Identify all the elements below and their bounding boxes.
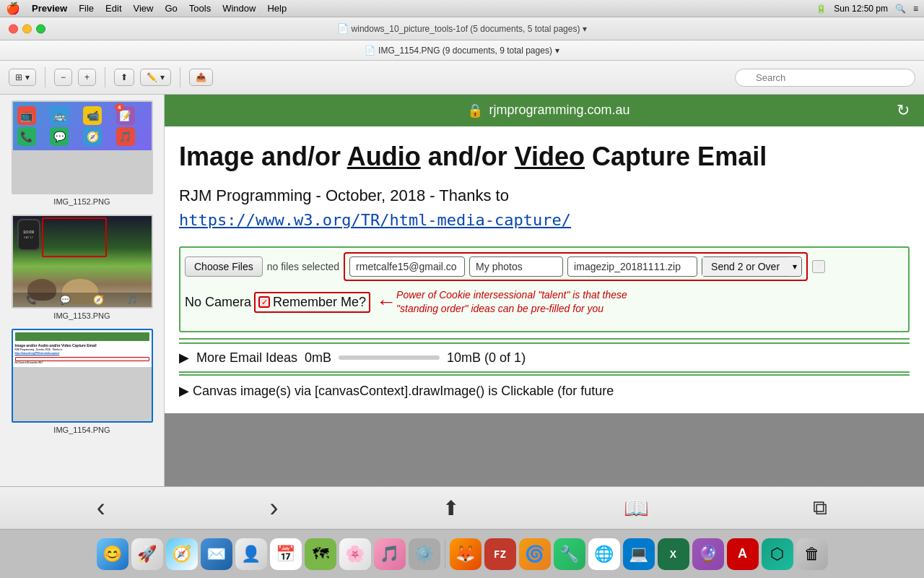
send-dropdown-button[interactable]: ▾: [788, 258, 801, 275]
forward-button[interactable]: ›: [263, 487, 284, 529]
choose-files-button[interactable]: Choose Files: [185, 256, 263, 277]
menu-edit[interactable]: Edit: [105, 3, 121, 14]
remember-checkbox[interactable]: ✓: [258, 296, 270, 308]
dock-mail[interactable]: ✉️: [201, 538, 232, 570]
thumb-img-1153: 10:09 SAT 17 📞 💬: [12, 215, 153, 309]
outer-title-text: 📄 windows_10_picture_tools-1of (5 docume…: [337, 23, 588, 34]
remember-label: Remember Me?: [273, 295, 366, 310]
dock-separator-1: [445, 540, 445, 569]
zoom-out-button[interactable]: −: [54, 69, 72, 86]
dock-launchpad[interactable]: 🚀: [131, 538, 163, 570]
page-link[interactable]: https://www.w3.org/TR/html-media-capture…: [179, 211, 910, 229]
size-bar: [339, 355, 440, 360]
thumb-label-1154: IMG_1154.PNG: [53, 426, 110, 434]
search-input[interactable]: [735, 69, 915, 87]
ios-bottom-bar: 📞 💬 🧭 🎵: [13, 293, 152, 307]
dock-finder[interactable]: 😊: [97, 538, 128, 570]
outer-title-dropdown-icon[interactable]: ▾: [583, 24, 587, 34]
no-files-text: no files selected: [267, 261, 339, 272]
thumb-img-1152: 📺 🚌 📹 📝 📞 💬 🧭 🎵 4: [12, 100, 153, 194]
zip-input[interactable]: [567, 256, 697, 277]
dock-acrobat[interactable]: A: [727, 538, 759, 570]
send-btn-group: Send 2 or Over ▾: [702, 256, 802, 277]
form-row: Choose Files no files selected Send 2 or…: [185, 252, 904, 281]
menu-preview[interactable]: Preview: [32, 3, 67, 14]
page-subtitle: RJM Programming - October, 2018 - Thanks…: [179, 186, 910, 205]
thumbnail-item-1152[interactable]: 📺 🚌 📹 📝 📞 💬 🧭 🎵 4 IMG_1152.PNG: [12, 100, 153, 206]
music-icon-dock: 🎵: [127, 295, 138, 305]
menu-view[interactable]: View: [134, 3, 154, 14]
view-toggle-arrow: ▾: [25, 72, 30, 82]
menu-window[interactable]: Window: [222, 3, 256, 14]
menu-file[interactable]: File: [79, 3, 94, 14]
menu-help[interactable]: Help: [267, 3, 287, 14]
menu-go[interactable]: Go: [165, 3, 177, 14]
lock-icon: 🔒: [467, 103, 483, 118]
more-email-size-end: 10mB (0 of 1): [447, 350, 526, 366]
remember-row: No Camera ✓ Remember Me? ← Power of Cook…: [185, 288, 904, 316]
close-button[interactable]: [9, 24, 18, 33]
bookmarks-button[interactable]: 📖: [618, 491, 655, 526]
pen-icon: ✏️: [147, 72, 157, 82]
annotate-button[interactable]: ✏️ ▾: [140, 69, 171, 86]
dock-chrome[interactable]: 🌐: [588, 538, 620, 570]
windows-button[interactable]: ⧉: [807, 491, 833, 526]
dock-itunes[interactable]: 🎵: [374, 538, 406, 570]
green-divider: [179, 338, 910, 344]
search-menubar-icon[interactable]: 🔍: [895, 4, 906, 14]
dock-maps[interactable]: 🗺: [305, 538, 336, 570]
export-button[interactable]: 📤: [189, 69, 213, 86]
dock-contacts[interactable]: 👤: [235, 538, 267, 570]
export-icon: 📤: [196, 72, 206, 82]
photos-input[interactable]: [469, 256, 563, 277]
canvas-note: ▶ Canvas image(s) via [canvasContext].dr…: [179, 383, 910, 399]
thumbnail-item-1153[interactable]: 10:09 SAT 17 📞 💬: [12, 215, 153, 320]
dock-vscode[interactable]: 💻: [623, 538, 655, 570]
view-toggle-button[interactable]: ⊞ ▾: [9, 69, 36, 86]
form-outer-highlight: Choose Files no files selected Send 2 or…: [179, 246, 910, 332]
toolbar: ⊞ ▾ − + ⬆ ✏️ ▾ 📤 🔍: [0, 61, 924, 94]
forward-icon: ›: [269, 493, 278, 523]
dock-firefox[interactable]: 🦊: [450, 538, 481, 570]
traffic-lights: [9, 24, 45, 33]
send-button[interactable]: Send 2 or Over: [702, 257, 788, 276]
minimize-button[interactable]: [22, 24, 32, 33]
dock-app3[interactable]: 🔮: [692, 538, 724, 570]
toolbar-separator-2: [105, 67, 105, 87]
inner-title-dropdown-icon[interactable]: ▾: [555, 46, 559, 56]
thumb-label-1153: IMG_1153.PNG: [53, 311, 110, 320]
share-button[interactable]: ⬆: [114, 69, 134, 86]
dock-safari[interactable]: 🧭: [166, 538, 198, 570]
dock-app4[interactable]: ⬡: [762, 538, 793, 570]
menu-tools[interactable]: Tools: [189, 3, 211, 14]
apple-menu-icon[interactable]: 🍎: [6, 1, 20, 15]
thumb-label-1152: IMG_1152.PNG: [53, 197, 110, 206]
cookie-note: Power of Cookie intersessional "talent" …: [396, 288, 627, 316]
list-icon[interactable]: ≡: [913, 4, 918, 14]
back-button[interactable]: ‹: [91, 487, 111, 529]
more-email-size-start: 0mB: [305, 350, 331, 366]
dock-photos[interactable]: 🌸: [339, 538, 371, 570]
dock-settings[interactable]: ⚙️: [409, 538, 440, 570]
share-nav-button[interactable]: ⬆: [437, 491, 465, 526]
thumbnail-item-1154[interactable]: Image and/or Audio and/or Video Capture …: [12, 329, 153, 434]
dock-calendar[interactable]: 📅: [270, 538, 302, 570]
app-icon-3: 📹: [83, 106, 102, 125]
zoom-in-button[interactable]: +: [78, 69, 96, 86]
bottom-nav: ‹ › ⬆ 📖 ⧉: [0, 486, 924, 529]
reload-button[interactable]: ↻: [897, 101, 910, 120]
dock-filezilla[interactable]: FZ: [484, 538, 516, 570]
content-area: 🔒 rjmprogramming.com.au ↻ Image and/or A…: [165, 95, 924, 486]
app-icon-phone: 📞: [17, 127, 36, 146]
safari-icon-dock: 🧭: [93, 295, 104, 305]
dock-excel[interactable]: X: [658, 538, 689, 570]
outer-checkbox[interactable]: [812, 260, 825, 273]
dock-trash[interactable]: 🗑: [796, 538, 828, 570]
email-input[interactable]: [349, 256, 465, 277]
dock-app2[interactable]: 🔧: [554, 538, 585, 570]
dock-app1[interactable]: 🌀: [519, 538, 551, 570]
thumb-ios-grid: 📺 🚌 📹 📝 📞 💬 🧭 🎵: [13, 102, 152, 150]
maximize-button[interactable]: [36, 24, 45, 33]
main-container: 📺 🚌 📹 📝 📞 💬 🧭 🎵 4 IMG_1152.PNG: [0, 95, 924, 486]
dock: 😊 🚀 🧭 ✉️ 👤 📅 🗺 🌸 🎵 ⚙️ 🦊 FZ 🌀 🔧 🌐 💻 X 🔮 A…: [0, 529, 924, 578]
